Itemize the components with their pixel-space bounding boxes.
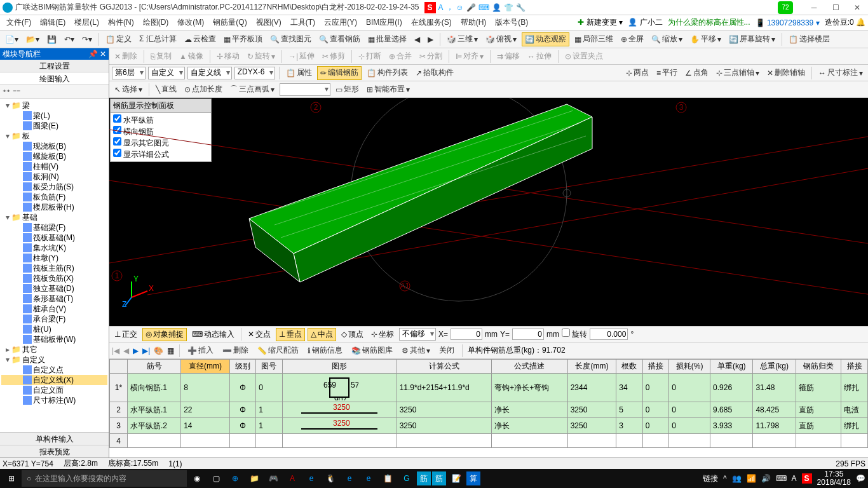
- rect-button[interactable]: ▭ 矩形: [333, 83, 362, 97]
- delaux-button[interactable]: ✕ 删除辅轴: [764, 66, 808, 80]
- angle-button[interactable]: ∠ 点角: [682, 66, 711, 80]
- collapse-icon[interactable]: ⁻⁻: [13, 88, 20, 97]
- taskbar-search[interactable]: ○ 在这里输入你要搜索的内容: [22, 470, 187, 487]
- menu-cloud[interactable]: 云应用(Y): [320, 16, 361, 29]
- select-floor-button[interactable]: 📋 选择楼层: [786, 32, 832, 46]
- ortho-toggle[interactable]: ⊥ 正交: [112, 329, 140, 341]
- ime-icon[interactable]: S: [424, 2, 436, 13]
- find-button[interactable]: 🔍 查找图元: [268, 32, 314, 46]
- dynamic-view-button[interactable]: 🔄 动态观察: [522, 32, 569, 46]
- menu-draw[interactable]: 绘图(D): [139, 16, 173, 29]
- side-view-button[interactable]: 🎲 俯视 ▾: [483, 32, 519, 46]
- tray-a-icon[interactable]: A: [792, 474, 797, 483]
- ime-comma-icon[interactable]: ，: [446, 2, 454, 13]
- tip-link[interactable]: 为什么梁的标高在属性...: [668, 17, 750, 28]
- menu-bim[interactable]: BIM应用(I): [362, 16, 406, 29]
- tray-ime-icon[interactable]: S: [802, 473, 812, 484]
- task-note2[interactable]: 📝: [447, 470, 465, 487]
- task-qq[interactable]: 🐧: [322, 470, 339, 487]
- line-button[interactable]: ╲ 直线: [153, 83, 179, 97]
- perp-snap[interactable]: ⊥ 垂点: [276, 328, 305, 341]
- mid-snap[interactable]: △ 中点: [308, 328, 336, 341]
- new-icon[interactable]: 📄▾: [3, 32, 21, 46]
- flat-button[interactable]: ▦ 平齐板顶: [221, 32, 265, 46]
- zoom-button[interactable]: 🔍 缩放 ▾: [649, 32, 685, 46]
- 3d-button[interactable]: 🎲 三维 ▾: [444, 32, 480, 46]
- task-ggj2[interactable]: 筋: [432, 471, 446, 485]
- menu-online[interactable]: 在线服务(S): [407, 16, 456, 29]
- delete-row-button[interactable]: ➖ 删除: [220, 344, 251, 358]
- offset-button[interactable]: ⇉ 偏移: [494, 50, 522, 64]
- nav-next[interactable]: ▶: [133, 346, 139, 355]
- view-rebar-button[interactable]: 🔍 查看钢筋: [316, 32, 363, 46]
- taskview-icon[interactable]: ▢: [207, 470, 225, 487]
- customline-combo[interactable]: 自定义线: [187, 67, 232, 79]
- undo-icon[interactable]: ↶▾: [62, 32, 77, 46]
- draw-extra-combo[interactable]: [280, 83, 330, 96]
- tab-draw-input[interactable]: 绘图输入: [0, 72, 109, 85]
- cost-label[interactable]: 造价豆:0 🔔: [825, 17, 865, 28]
- tree-custom-line[interactable]: 自定义线(X): [1, 375, 107, 385]
- merge-button[interactable]: ⊕ 合并: [386, 50, 414, 64]
- parallel-button[interactable]: ≡ 平行: [654, 66, 680, 80]
- custom-combo[interactable]: 自定义: [148, 67, 185, 79]
- sum-button[interactable]: Σ 汇总计算: [137, 32, 179, 46]
- task-calc[interactable]: 算: [466, 471, 480, 485]
- save-icon[interactable]: 💾: [44, 32, 59, 46]
- tray-notif-icon[interactable]: 💬: [856, 474, 865, 483]
- ime-a-icon[interactable]: A: [438, 3, 444, 12]
- tray-lang-icon[interactable]: ⌨: [776, 474, 787, 483]
- user-label[interactable]: 👤 广小二: [628, 17, 662, 28]
- new-change-button[interactable]: ✚ 新建变更 ▾: [578, 17, 623, 28]
- menu-tool[interactable]: 工具(T): [287, 16, 319, 29]
- offset-combo[interactable]: 不偏移: [399, 328, 436, 341]
- cross-snap[interactable]: ✕ 交点: [245, 329, 273, 341]
- tray-sound-icon[interactable]: 🔊: [761, 474, 771, 483]
- copy-button[interactable]: ⎘ 复制: [148, 50, 174, 64]
- select-button[interactable]: ↖ 选择 ▾: [112, 83, 145, 97]
- floor-combo[interactable]: 第6层: [112, 67, 146, 79]
- ime-shirt-icon[interactable]: 👕: [504, 3, 513, 12]
- batch-select-button[interactable]: ▦ 批量选择: [365, 32, 409, 46]
- component-list-button[interactable]: 📋 构件列表: [364, 66, 410, 80]
- tray-up-icon[interactable]: ^: [723, 474, 727, 483]
- split-button[interactable]: ✂ 分割: [417, 50, 445, 64]
- task-ggj[interactable]: 筋: [417, 471, 431, 485]
- screen-rotate-button[interactable]: 🔄 屏幕旋转 ▾: [726, 32, 778, 46]
- tab-report-preview[interactable]: 报表预览: [0, 445, 109, 458]
- component-tree[interactable]: ▾📁梁 梁(L) 圈梁(E) ▾📁板 现浇板(B) 螺旋板(B) 柱帽(V) 板…: [0, 99, 109, 432]
- ime-kbd-icon[interactable]: ⌨: [478, 3, 489, 12]
- tray-people-icon[interactable]: 👥: [732, 474, 742, 483]
- dyninput-toggle[interactable]: ⌨ 动态输入: [189, 329, 237, 341]
- arc-button[interactable]: ⌒ 三点画弧 ▾: [227, 83, 277, 97]
- tray-link[interactable]: 链接: [703, 473, 718, 484]
- objsnap-toggle[interactable]: ◎ 对象捕捉: [142, 328, 187, 341]
- next-icon[interactable]: ▶: [425, 32, 436, 46]
- stretch-button[interactable]: ↔ 拉伸: [525, 50, 554, 64]
- dim-button[interactable]: ↔ 尺寸标注 ▾: [816, 66, 865, 80]
- ime-wrench-icon[interactable]: 🔧: [516, 3, 526, 12]
- y-input[interactable]: [512, 329, 544, 340]
- task-note[interactable]: 📋: [379, 470, 397, 487]
- phone-label[interactable]: 📱 13907298339 ▾: [756, 18, 820, 27]
- rotate-button[interactable]: ↻ 旋转 ▾: [245, 50, 278, 64]
- close-button[interactable]: ✕: [849, 1, 865, 14]
- zdyx-combo[interactable]: ZDYX-6: [234, 67, 276, 79]
- maximize-button[interactable]: ☐: [827, 1, 844, 14]
- layer-icon[interactable]: 🎨: [154, 346, 163, 355]
- scale-rebar-button[interactable]: 📏 缩尺配筋: [255, 344, 301, 358]
- edit-rebar-button[interactable]: ✏ 编辑钢筋: [317, 66, 362, 80]
- task-steam[interactable]: 🎮: [264, 470, 282, 487]
- nav-prev[interactable]: ◀: [123, 346, 129, 355]
- angle-input[interactable]: [590, 329, 628, 340]
- task-edge[interactable]: e: [302, 470, 320, 487]
- task-cad[interactable]: A: [283, 470, 301, 487]
- define-button[interactable]: 📋 定义: [103, 32, 134, 46]
- minimize-button[interactable]: ─: [806, 1, 822, 14]
- setpoint-button[interactable]: ⊙ 设置夹点: [562, 50, 606, 64]
- mirror-button[interactable]: ▲ 镜像: [177, 50, 206, 64]
- expand-icon[interactable]: ⁺⁺: [3, 88, 10, 97]
- task-ie[interactable]: e: [360, 470, 377, 487]
- nav-last[interactable]: ▶|: [142, 346, 150, 355]
- score-badge[interactable]: 72: [778, 1, 793, 14]
